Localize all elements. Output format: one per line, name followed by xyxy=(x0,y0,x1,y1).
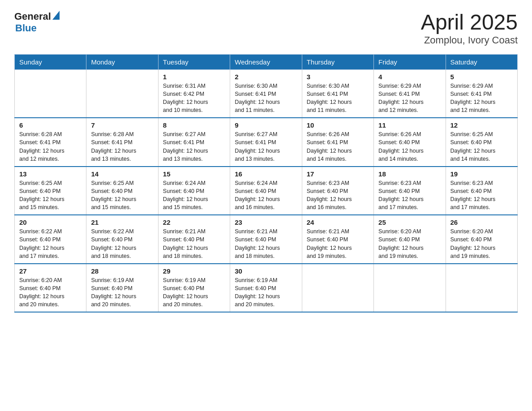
calendar-cell: 11Sunrise: 6:26 AM Sunset: 6:40 PM Dayli… xyxy=(374,118,446,167)
calendar-cell: 9Sunrise: 6:27 AM Sunset: 6:41 PM Daylig… xyxy=(230,118,302,167)
day-number: 21 xyxy=(91,218,153,226)
day-number: 13 xyxy=(19,170,82,178)
day-header-tuesday: Tuesday xyxy=(158,54,230,69)
day-info: Sunrise: 6:24 AM Sunset: 6:40 PM Dayligh… xyxy=(163,179,225,212)
day-info: Sunrise: 6:30 AM Sunset: 6:41 PM Dayligh… xyxy=(235,82,297,115)
day-info: Sunrise: 6:22 AM Sunset: 6:40 PM Dayligh… xyxy=(19,227,82,260)
day-info: Sunrise: 6:29 AM Sunset: 6:41 PM Dayligh… xyxy=(378,82,441,115)
calendar-cell: 21Sunrise: 6:22 AM Sunset: 6:40 PM Dayli… xyxy=(86,215,158,264)
day-number: 5 xyxy=(450,73,513,81)
day-number: 22 xyxy=(163,218,225,226)
calendar-cell xyxy=(446,264,517,313)
logo: General Blue xyxy=(14,11,60,34)
calendar-cell: 12Sunrise: 6:25 AM Sunset: 6:40 PM Dayli… xyxy=(446,118,517,167)
calendar-cell xyxy=(15,69,86,118)
day-info: Sunrise: 6:21 AM Sunset: 6:40 PM Dayligh… xyxy=(307,227,369,260)
day-info: Sunrise: 6:25 AM Sunset: 6:40 PM Dayligh… xyxy=(91,179,153,212)
day-info: Sunrise: 6:19 AM Sunset: 6:40 PM Dayligh… xyxy=(163,276,225,309)
day-number: 23 xyxy=(235,218,297,226)
calendar-cell: 22Sunrise: 6:21 AM Sunset: 6:40 PM Dayli… xyxy=(158,215,230,264)
title-block: April 2025 Zomplou, Ivory Coast xyxy=(421,11,518,46)
day-header-thursday: Thursday xyxy=(302,54,373,69)
day-info: Sunrise: 6:25 AM Sunset: 6:40 PM Dayligh… xyxy=(450,130,513,163)
calendar-week-5: 27Sunrise: 6:20 AM Sunset: 6:40 PM Dayli… xyxy=(15,264,518,313)
day-number: 30 xyxy=(235,267,297,275)
day-number: 28 xyxy=(91,267,153,275)
calendar-cell: 24Sunrise: 6:21 AM Sunset: 6:40 PM Dayli… xyxy=(302,215,373,264)
day-number: 2 xyxy=(235,73,297,81)
day-number: 26 xyxy=(450,218,513,226)
page-header: General Blue April 2025 Zomplou, Ivory C… xyxy=(14,11,518,46)
day-number: 1 xyxy=(163,73,225,81)
calendar-cell: 23Sunrise: 6:21 AM Sunset: 6:40 PM Dayli… xyxy=(230,215,302,264)
logo-triangle-icon xyxy=(52,11,60,20)
calendar-cell: 5Sunrise: 6:29 AM Sunset: 6:41 PM Daylig… xyxy=(446,69,517,118)
day-header-saturday: Saturday xyxy=(446,54,517,69)
calendar-cell: 1Sunrise: 6:31 AM Sunset: 6:42 PM Daylig… xyxy=(158,69,230,118)
calendar-cell: 30Sunrise: 6:19 AM Sunset: 6:40 PM Dayli… xyxy=(230,264,302,313)
day-number: 27 xyxy=(19,267,82,275)
calendar-cell: 16Sunrise: 6:24 AM Sunset: 6:40 PM Dayli… xyxy=(230,167,302,215)
day-number: 24 xyxy=(307,218,369,226)
day-info: Sunrise: 6:22 AM Sunset: 6:40 PM Dayligh… xyxy=(91,227,153,260)
day-info: Sunrise: 6:21 AM Sunset: 6:40 PM Dayligh… xyxy=(163,227,225,260)
day-info: Sunrise: 6:24 AM Sunset: 6:40 PM Dayligh… xyxy=(235,179,297,212)
day-number: 12 xyxy=(450,121,513,129)
calendar-cell xyxy=(302,264,373,313)
day-info: Sunrise: 6:27 AM Sunset: 6:41 PM Dayligh… xyxy=(235,130,297,163)
calendar-week-3: 13Sunrise: 6:25 AM Sunset: 6:40 PM Dayli… xyxy=(15,167,518,215)
calendar-week-4: 20Sunrise: 6:22 AM Sunset: 6:40 PM Dayli… xyxy=(15,215,518,264)
day-info: Sunrise: 6:19 AM Sunset: 6:40 PM Dayligh… xyxy=(91,276,153,309)
day-info: Sunrise: 6:20 AM Sunset: 6:40 PM Dayligh… xyxy=(450,227,513,260)
day-number: 11 xyxy=(378,121,441,129)
calendar-cell: 6Sunrise: 6:28 AM Sunset: 6:41 PM Daylig… xyxy=(15,118,86,167)
calendar-cell: 8Sunrise: 6:27 AM Sunset: 6:41 PM Daylig… xyxy=(158,118,230,167)
logo-blue-text: Blue xyxy=(15,22,37,34)
day-number: 29 xyxy=(163,267,225,275)
calendar-cell: 15Sunrise: 6:24 AM Sunset: 6:40 PM Dayli… xyxy=(158,167,230,215)
day-number: 8 xyxy=(163,121,225,129)
day-number: 15 xyxy=(163,170,225,178)
day-info: Sunrise: 6:25 AM Sunset: 6:40 PM Dayligh… xyxy=(19,179,82,212)
day-info: Sunrise: 6:20 AM Sunset: 6:40 PM Dayligh… xyxy=(378,227,441,260)
calendar-cell: 18Sunrise: 6:23 AM Sunset: 6:40 PM Dayli… xyxy=(374,167,446,215)
day-number: 16 xyxy=(235,170,297,178)
calendar-cell xyxy=(86,69,158,118)
calendar-cell: 2Sunrise: 6:30 AM Sunset: 6:41 PM Daylig… xyxy=(230,69,302,118)
calendar-cell: 7Sunrise: 6:28 AM Sunset: 6:41 PM Daylig… xyxy=(86,118,158,167)
day-number: 7 xyxy=(91,121,153,129)
calendar-cell: 3Sunrise: 6:30 AM Sunset: 6:41 PM Daylig… xyxy=(302,69,373,118)
calendar-cell: 17Sunrise: 6:23 AM Sunset: 6:40 PM Dayli… xyxy=(302,167,373,215)
day-number: 20 xyxy=(19,218,82,226)
day-info: Sunrise: 6:29 AM Sunset: 6:41 PM Dayligh… xyxy=(450,82,513,115)
calendar-cell: 19Sunrise: 6:23 AM Sunset: 6:40 PM Dayli… xyxy=(446,167,517,215)
day-info: Sunrise: 6:26 AM Sunset: 6:41 PM Dayligh… xyxy=(307,130,369,163)
day-number: 10 xyxy=(307,121,369,129)
calendar-week-2: 6Sunrise: 6:28 AM Sunset: 6:41 PM Daylig… xyxy=(15,118,518,167)
calendar-cell: 4Sunrise: 6:29 AM Sunset: 6:41 PM Daylig… xyxy=(374,69,446,118)
day-number: 4 xyxy=(378,73,441,81)
day-info: Sunrise: 6:20 AM Sunset: 6:40 PM Dayligh… xyxy=(19,276,82,309)
logo-general-text: General xyxy=(14,11,51,22)
calendar-cell: 14Sunrise: 6:25 AM Sunset: 6:40 PM Dayli… xyxy=(86,167,158,215)
calendar-subtitle: Zomplou, Ivory Coast xyxy=(421,34,518,46)
calendar-cell: 29Sunrise: 6:19 AM Sunset: 6:40 PM Dayli… xyxy=(158,264,230,313)
day-info: Sunrise: 6:26 AM Sunset: 6:40 PM Dayligh… xyxy=(378,130,441,163)
day-header-monday: Monday xyxy=(86,54,158,69)
calendar-cell: 20Sunrise: 6:22 AM Sunset: 6:40 PM Dayli… xyxy=(15,215,86,264)
day-info: Sunrise: 6:30 AM Sunset: 6:41 PM Dayligh… xyxy=(307,82,369,115)
day-info: Sunrise: 6:19 AM Sunset: 6:40 PM Dayligh… xyxy=(235,276,297,309)
day-info: Sunrise: 6:28 AM Sunset: 6:41 PM Dayligh… xyxy=(19,130,82,163)
day-header-wednesday: Wednesday xyxy=(230,54,302,69)
day-info: Sunrise: 6:28 AM Sunset: 6:41 PM Dayligh… xyxy=(91,130,153,163)
day-number: 6 xyxy=(19,121,82,129)
calendar-week-1: 1Sunrise: 6:31 AM Sunset: 6:42 PM Daylig… xyxy=(15,69,518,118)
calendar-cell: 10Sunrise: 6:26 AM Sunset: 6:41 PM Dayli… xyxy=(302,118,373,167)
day-info: Sunrise: 6:31 AM Sunset: 6:42 PM Dayligh… xyxy=(163,82,225,115)
day-info: Sunrise: 6:21 AM Sunset: 6:40 PM Dayligh… xyxy=(235,227,297,260)
calendar-cell xyxy=(374,264,446,313)
calendar-cell: 25Sunrise: 6:20 AM Sunset: 6:40 PM Dayli… xyxy=(374,215,446,264)
day-info: Sunrise: 6:23 AM Sunset: 6:40 PM Dayligh… xyxy=(450,179,513,212)
day-number: 19 xyxy=(450,170,513,178)
calendar-table: SundayMondayTuesdayWednesdayThursdayFrid… xyxy=(14,54,518,313)
